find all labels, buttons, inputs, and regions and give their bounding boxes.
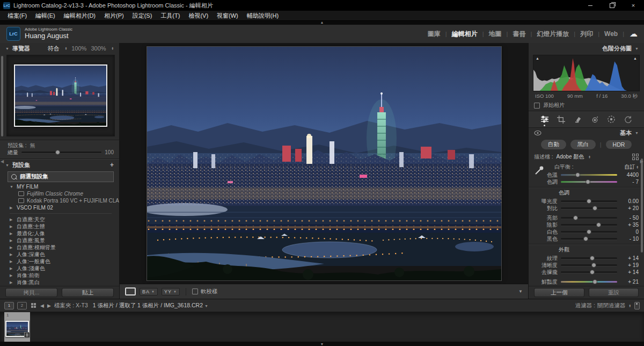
crop-tool-icon[interactable] [555, 113, 567, 125]
contrast-slider[interactable] [561, 207, 617, 209]
toolbar-options-icon[interactable]: ▼ [518, 289, 523, 294]
module-web[interactable]: Web [599, 30, 623, 38]
temp-slider-thumb[interactable] [575, 172, 580, 177]
soft-proof-toggle[interactable]: 軟校樣 [192, 288, 218, 295]
stepper-icon[interactable]: ▲▼ [588, 155, 590, 158]
cloud-sync-icon[interactable]: ☁ [630, 29, 638, 39]
filter-switch-icon[interactable] [634, 302, 640, 309]
module-develop[interactable]: 編輯相片 [447, 30, 482, 39]
preset-group-vsco[interactable]: ▶VSCO FILM 02 [0, 204, 119, 211]
zoom-fit[interactable]: 符合 [48, 45, 60, 53]
paste-button[interactable]: 貼上 [62, 288, 114, 297]
module-map[interactable]: 地圖 [484, 30, 507, 39]
preset-group-myfilm[interactable]: ▼MY FILM [0, 183, 119, 190]
menu-photo[interactable]: 相片(P) [100, 12, 128, 20]
bw-button[interactable]: 黑白 [570, 140, 596, 149]
left-panel-collapse-icon[interactable]: ◀ [1, 159, 4, 164]
panel-eye-icon[interactable] [534, 131, 541, 135]
preset-group[interactable]: ▶自適應:主體 [0, 223, 119, 230]
texture-slider-thumb[interactable] [590, 256, 595, 261]
preset-item-fujifilm[interactable]: Fujifilm Classic Chrome [0, 190, 119, 197]
amount-slider[interactable] [21, 152, 101, 153]
preset-group[interactable]: ▶最適化:人像 [0, 230, 119, 237]
dehaze-slider[interactable] [561, 271, 617, 273]
preset-group[interactable]: ▶自適應:風景 [0, 237, 119, 244]
grid-view-icon[interactable] [31, 303, 36, 308]
add-preset-button[interactable]: + [110, 161, 114, 169]
before-after-split-button[interactable]: YY▼ [162, 288, 180, 295]
filmstrip-source[interactable]: 檔案夾 : X-T3 1 張相片 / 選取了 1 張相片 / IMG_3618.… [54, 302, 208, 309]
temp-slider[interactable] [561, 174, 617, 176]
masking-tool-icon[interactable] [605, 113, 617, 125]
go-forward-icon[interactable]: ▶ [47, 303, 51, 308]
zoom-100[interactable]: 100% [71, 45, 86, 52]
main-photo[interactable] [147, 47, 501, 280]
menu-edit[interactable]: 編輯(E) [31, 12, 60, 20]
preset-group[interactable]: ▶人像:淺膚色 [0, 265, 119, 272]
preset-group[interactable]: ▶肖像:黑白 [0, 279, 119, 286]
profile-browser-icon[interactable] [632, 154, 639, 160]
filter-value[interactable]: 關閉過濾器 [597, 302, 626, 309]
preset-group[interactable]: ▶人像:深膚色 [0, 251, 119, 258]
basic-panel-header[interactable]: 基本 ▼ [529, 128, 644, 138]
filter-control[interactable]: 過濾器 : 關閉過濾器 ▲▼ [575, 302, 631, 309]
module-slideshow[interactable]: 幻燈片播放 [532, 30, 574, 39]
amount-slider-thumb[interactable] [55, 150, 60, 155]
red-eye-tool-icon[interactable] [589, 113, 601, 125]
menu-window[interactable]: 視窗(W) [213, 12, 243, 20]
tint-slider-thumb[interactable] [586, 179, 590, 184]
histogram[interactable]: ▲ ▲ [533, 55, 640, 91]
preset-search[interactable]: 篩選預設集 [8, 171, 114, 182]
filmstrip-cell-selected[interactable]: 1 [4, 312, 30, 342]
whites-slider[interactable] [561, 231, 617, 233]
bottom-panel-collapse[interactable]: ▼ [0, 342, 644, 346]
preset-group[interactable]: ▶自適應:模糊背景 [0, 244, 119, 251]
whites-slider-thumb[interactable] [587, 229, 591, 234]
hdr-button[interactable]: HDR [606, 140, 632, 149]
texture-slider[interactable] [561, 257, 617, 259]
vibrance-slider[interactable] [561, 281, 617, 283]
filmstrip-thumbnail[interactable] [5, 321, 29, 337]
go-back-icon[interactable]: ◀ [40, 303, 44, 308]
edit-tool-icon[interactable] [539, 113, 551, 125]
before-after-button[interactable]: BA▼ [140, 288, 158, 295]
main-window-button[interactable]: 1 [4, 302, 14, 309]
blacks-slider-thumb[interactable] [583, 236, 588, 241]
module-library[interactable]: 圖庫 [423, 30, 445, 39]
navigator-header[interactable]: ▼ 導覽器 符合▲▼ 100% 300%▲▼ [0, 43, 119, 54]
shadow-clipping-icon[interactable]: ▲ [536, 56, 539, 60]
right-panel-scrollbar[interactable] [641, 158, 643, 253]
profile-value[interactable]: Adobe 顏色 [557, 153, 584, 161]
contrast-slider-thumb[interactable] [592, 206, 597, 211]
menu-develop[interactable]: 編輯相片(D) [60, 12, 100, 20]
shadows-slider[interactable] [561, 224, 617, 226]
presets-header[interactable]: ▼ 預設集 + [0, 159, 119, 170]
restore-button[interactable] [601, 0, 623, 11]
clarity-slider[interactable] [561, 264, 617, 266]
blacks-slider[interactable] [561, 238, 617, 240]
lens-blur-tool-icon[interactable] [622, 113, 634, 125]
original-photo-checkbox[interactable] [534, 103, 540, 109]
left-panel-scrollbar[interactable] [1, 56, 3, 136]
minimize-button[interactable] [580, 0, 601, 11]
module-print[interactable]: 列印 [575, 30, 598, 39]
preset-group[interactable]: ▶人像:一般膚色 [0, 258, 119, 265]
healing-tool-icon[interactable] [572, 113, 584, 125]
exposure-slider-thumb[interactable] [587, 199, 591, 204]
menu-file[interactable]: 檔案(F) [3, 12, 31, 20]
right-panel-collapse-icon[interactable]: ▶ [640, 159, 643, 164]
tint-slider[interactable] [561, 181, 617, 183]
original-photo-toggle[interactable]: 原始相片 [529, 101, 644, 111]
menu-view[interactable]: 檢視(V) [184, 12, 213, 20]
close-button[interactable]: × [623, 0, 644, 11]
vibrance-slider-thumb[interactable] [592, 279, 597, 284]
zoom-300[interactable]: 300% [91, 45, 106, 52]
preset-group[interactable]: ▶肖像:前衛 [0, 272, 119, 279]
auto-button[interactable]: 自動 [541, 140, 566, 149]
soft-proof-checkbox[interactable] [192, 289, 198, 294]
second-window-button[interactable]: 2 [17, 302, 27, 309]
copy-button[interactable]: 拷貝... [5, 288, 57, 297]
loupe-view-icon[interactable] [125, 287, 136, 295]
wb-eyedropper-icon[interactable] [534, 165, 545, 176]
highlight-clipping-icon[interactable]: ▲ [633, 56, 637, 60]
